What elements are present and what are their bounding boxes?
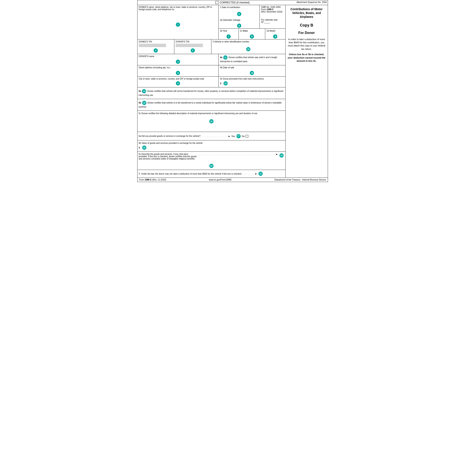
badge-11: 11 [223,55,228,60]
badge-13: 13 [223,81,228,86]
street-label: Street address (including apt. no.) [139,66,170,69]
right-sidebar: Contributions of Motor Vehicles, Boats, … [285,5,328,177]
date-of-contribution-label: 1 Date of contribution [220,6,240,9]
footer-rev: (Rev. 11-2019) [152,179,166,181]
row-6b: 6b Value of goods and services provided … [137,140,285,152]
year-cell: 2b Year 7 [219,29,239,39]
7-dots: . . . . . . [242,172,254,175]
5a-bold: 5a [139,90,141,92]
badge-16: 16 [209,119,213,123]
calendar-label: For calendar year [261,19,277,21]
omb-block: OMB No. 1545-1959 Form 1098-C (Rev. Nove… [260,5,285,18]
footer-form-info: Form 1098-C (Rev. 11-2019) [139,179,166,181]
donee-input-area: 1 [139,11,217,38]
badge-21: 21 [258,172,263,176]
arm-length-text: Donee certifies that vehicle was sold in… [220,56,277,63]
badge-4b: 4 [176,71,180,75]
corrected-section: CORRECTED (if checked) [215,1,250,4]
7-arrow: ► [255,172,257,175]
date-of-contribution-block: 1 Date of contribution 5 [219,5,260,18]
donor-tin-input[interactable] [176,44,203,47]
row-top: DONEE'S name, street address, city or to… [137,5,285,39]
donor-name-row: DONOR'S name 4 4a 11 Donee certifies tha… [137,54,285,65]
row-7: 7 Under the law, the donor may not claim… [137,170,285,177]
odometer-label: 2a Odometer mileage [220,19,240,21]
date-omb-row: 1 Date of contribution 5 OMB No. 1545-19… [219,5,285,18]
6c-dots: . . . . . . . . . . . . . . . . . . . . … [197,153,275,155]
donor-tin-label: DONOR'S TIN [176,41,189,43]
badge-15: 15 [142,101,146,105]
footer-form-label: Form [139,179,144,181]
row-6a: 6a Did you provide goods or services in … [137,132,285,140]
city-row: City or town, state or province, country… [137,77,285,87]
year-label: 2b Year [220,30,227,32]
form-number: 1098-C [267,8,274,11]
donor-tin-cell: DONOR'S TIN 3 [174,39,211,54]
6a-arrow: ► [228,135,231,137]
vehicle-id-cell: 3 Vehicle or other identification number… [211,39,285,54]
make-label: 2c Make [240,30,248,32]
row-5a: 5a 14 Donee certifies that vehicle will … [137,87,285,99]
footer-form-number: 1098-C [145,179,152,181]
row-6c: 6c Describe the goods and services, if a… [137,152,285,170]
5a-label: 5a 14 Donee certifies that vehicle will … [139,90,284,96]
6b-dollar: $ [139,146,140,149]
row-5b: 5b 15 Donee certifies that vehicle is to… [137,99,285,111]
attachment-sequence: Attachment Sequence No. 155A [296,1,327,3]
5b-label: 5b 15 Donee certifies that vehicle is to… [139,102,282,108]
badge-7: 7 [226,34,231,39]
6a-label: 6a Did you provide goods or services in … [139,135,201,137]
footer-dept: Department of the Treasury - Internal Re… [275,179,326,181]
6a-dots: . . . . . . . . . . . . . [201,135,227,137]
calendar-year: 20 [261,21,263,23]
badge-8: 8 [250,34,254,39]
rev-date: (Rev. November 2019) [261,11,284,13]
city-left: City or town, state or province, country… [137,77,219,87]
4a-bold: 4a [220,56,222,58]
corrected-checkbox[interactable] [215,1,218,4]
yes-label: Yes [231,135,235,137]
sidebar-note: Unless box 5a or 5b is checked, your ded… [287,53,326,63]
model-label: 2d Model [266,30,275,32]
make-cell: 2c Make 8 [239,29,265,39]
no-checkbox[interactable] [246,135,248,137]
donee-tin-input[interactable] [139,44,166,47]
6b-label: 6b Value of goods and services provided … [139,142,203,144]
footer-website: www.irs.gov/Form1098C [209,179,232,181]
donor-name-left: DONOR'S name 4 [137,54,219,65]
badge-18: 18 [142,145,146,150]
date-omb-block: 1 Date of contribution 5 OMB No. 1545-19… [219,5,285,39]
form-header: CORRECTED (if checked) Attachment Sequen… [137,0,328,5]
badge-4a: 4 [176,60,180,64]
odometer-block: 2a Odometer mileage 6 For calendar year … [219,18,285,29]
badge-19: 19 [279,153,284,158]
4a-label: 4a 11 Donee certifies that vehicle was s… [220,56,277,63]
7-text: Under the law, the donor may not claim a… [141,173,242,175]
row-5c: 5c Donee certifies the following detaile… [137,111,285,132]
form-area: DONEE'S name, street address, city or to… [137,5,285,177]
street-left: Street address (including apt. no.) 4 [137,65,219,76]
donee-tin-cell: DONEE'S TIN 2 [137,39,175,54]
7-label-num: 7 [139,173,140,175]
badge-14: 14 [142,89,146,93]
city-label: City or town, state or province, country… [139,78,204,80]
6c-arrow: ► [276,153,278,155]
badge-17: 17 [236,134,241,138]
no-label: No [242,135,245,137]
form-label: Form 1098-C [261,8,284,11]
donee-tin-label: DONEE'S TIN [139,41,152,43]
badge-6: 6 [237,23,241,28]
yes-no-area: Yes 17 No [231,134,248,139]
donor-name-label: DONOR'S name [139,55,154,57]
for-donor: For Donor [298,31,315,35]
corrected-label: CORRECTED (if checked) [220,1,250,4]
donee-name-label: DONEE'S name, street address, city or to… [139,6,217,11]
6c-label: 6c Describe the goods and services, if a… [139,153,197,160]
donee-block: DONEE'S name, street address, city or to… [137,5,219,39]
gross-proceeds-right: 4c Gross proceeds from sale (see instruc… [219,77,285,87]
donor-4a-right: 4a 11 Donee certifies that vehicle was s… [219,54,285,65]
badge-2: 2 [154,48,158,53]
5b-bold: 5b [139,102,141,104]
page-footer: Form 1098-C (Rev. 11-2019) www.irs.gov/F… [137,177,328,182]
badge-1: 1 [176,22,180,27]
